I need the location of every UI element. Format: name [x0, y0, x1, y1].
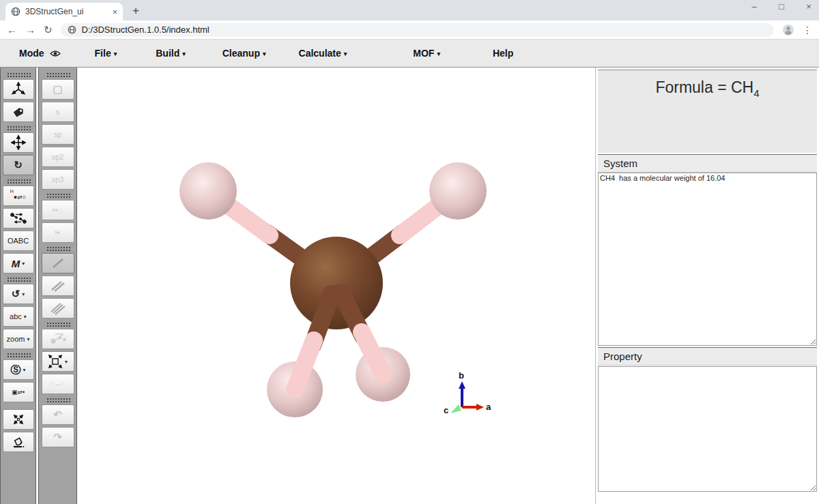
double-bond-icon — [50, 278, 66, 293]
redo-icon: ↷ — [53, 431, 62, 443]
menu-help[interactable]: Help — [493, 48, 513, 59]
center-view-button[interactable] — [3, 409, 34, 430]
menu-calculate[interactable]: Calculate▾ — [299, 48, 347, 59]
drag-handle[interactable] — [6, 125, 31, 130]
forward-button[interactable]: → — [25, 25, 35, 35]
hybrid-sp-button[interactable]: sp — [42, 124, 74, 145]
oabc-button[interactable]: OABC — [3, 231, 34, 251]
label-tag-button[interactable] — [3, 102, 34, 122]
single-bond-icon — [50, 256, 66, 271]
delete-atom-button[interactable]: ✂◌ — [42, 200, 74, 220]
delete-bond-button[interactable]: ✂ — [42, 222, 74, 243]
drag-handle[interactable] — [6, 72, 31, 77]
cell-swap-button[interactable]: ▣⇌• — [3, 382, 34, 402]
formula-prefix: Formula = — [655, 78, 731, 96]
move-icon — [11, 135, 26, 150]
property-output-textarea[interactable] — [598, 366, 817, 492]
style-menu-button[interactable]: Ⓢ ▾ — [3, 359, 34, 380]
menu-build[interactable]: Build▾ — [156, 48, 186, 59]
abc-label: abc — [10, 312, 22, 321]
menu-file[interactable]: File▾ — [95, 48, 117, 59]
pack-cell-button[interactable]: ∷→∷ — [42, 374, 74, 394]
system-output-textarea[interactable]: CH4 has a molecular weight of 16.04 — [598, 173, 817, 346]
chevron-down-icon: ▾ — [22, 291, 25, 297]
translate-button[interactable] — [3, 132, 34, 153]
back-button[interactable]: ← — [7, 25, 17, 35]
hydrogen-toggle-button[interactable]: H●⇌○ — [3, 186, 34, 206]
carbon-atom[interactable] — [290, 237, 383, 329]
browser-tab[interactable]: 3DStructGen_ui × — [5, 3, 123, 20]
drag-handle[interactable] — [46, 192, 70, 198]
svg-text:2: 2 — [66, 334, 67, 338]
app-menu-bar: Mode File▾ Build▾ Cleanup▾ Calculate▾ MO… — [0, 40, 819, 68]
background-fill-button[interactable] — [3, 432, 34, 452]
formula-value: CH — [731, 78, 753, 96]
center-icon — [11, 412, 26, 427]
tab-title: 3DStructGen_ui — [25, 7, 107, 16]
rotate-button[interactable]: ↻ — [3, 155, 34, 175]
toolbar-secondary: ▢ s sp sp2 sp3 ✂◌ ✂ — [38, 68, 77, 504]
drag-handle[interactable] — [46, 246, 70, 251]
bond-swap-button[interactable] — [3, 208, 34, 228]
axes-icon — [11, 82, 26, 97]
axis-gizmo: b a c — [444, 370, 491, 415]
spin-loop-icon: ↺ — [12, 288, 20, 300]
tab-close-icon[interactable]: × — [112, 7, 117, 17]
bookmark-menu-button[interactable]: M ▾ — [3, 253, 34, 273]
window-maximize-button[interactable]: □ — [777, 1, 786, 12]
hybrid-sp3-button[interactable]: sp3 — [42, 169, 74, 190]
eye-icon[interactable] — [50, 50, 61, 57]
chevron-down-icon: ▾ — [23, 367, 25, 373]
browser-window: 3DStructGen_ui × + – □ × ← → ↻ D:/3DStru… — [0, 0, 819, 504]
bookmark-m-icon: M — [12, 258, 20, 269]
new-tab-button[interactable]: + — [132, 4, 139, 18]
hydrogen-atom[interactable] — [179, 162, 237, 220]
redo-button[interactable]: ↷ — [42, 427, 74, 447]
menu-cleanup[interactable]: Cleanup▾ — [222, 48, 266, 59]
menu-mof[interactable]: MOF▾ — [413, 48, 440, 59]
mode-label: Mode — [19, 48, 44, 59]
address-bar[interactable]: D:/3DStructGen.1.0.5/index.html — [61, 23, 774, 37]
axis-c-label: c — [444, 405, 448, 415]
axes-view-button[interactable] — [3, 79, 34, 100]
property-section-header: Property — [598, 347, 817, 366]
drag-handle[interactable] — [46, 397, 70, 402]
drag-handle[interactable] — [46, 321, 70, 327]
hydrogen-atom[interactable] — [429, 162, 487, 220]
mode-control[interactable]: Mode — [19, 48, 61, 59]
rotate-fragment-button[interactable]: 2 — [42, 329, 74, 349]
undo-button[interactable]: ↶ — [42, 404, 74, 425]
globe-favicon-icon — [11, 7, 20, 16]
reload-button[interactable]: ↻ — [44, 25, 53, 35]
tab-strip: 3DStructGen_ui × + – □ × — [0, 0, 819, 20]
style-s-icon: Ⓢ — [10, 364, 20, 376]
chevron-down-icon: ▾ — [24, 314, 27, 320]
drag-handle[interactable] — [6, 178, 31, 183]
browser-menu-icon[interactable]: ⋮ — [803, 25, 812, 35]
triple-bond-button[interactable] — [42, 298, 74, 318]
chevron-down-icon: ▾ — [114, 50, 117, 57]
chevron-down-icon: ▾ — [22, 261, 25, 267]
molecule-canvas[interactable]: b a c — [78, 68, 595, 504]
abc-menu-button[interactable]: abc ▾ — [3, 306, 34, 327]
dots-array-icon: ∷→∷ — [51, 381, 64, 387]
frame-button[interactable]: ▢ — [42, 79, 74, 100]
window-close-button[interactable]: × — [804, 1, 814, 12]
hybrid-s-button[interactable]: s — [42, 102, 74, 122]
drag-handle[interactable] — [6, 352, 31, 357]
toolbar-primary: ↻ H●⇌○ OABC M ▾ ↺ ▾ abc ▾ — [0, 68, 36, 504]
transform-menu-button[interactable]: ▾ — [42, 351, 74, 372]
chevron-down-icon: ▾ — [437, 50, 440, 57]
double-bond-button[interactable] — [42, 276, 74, 296]
hybrid-sp2-button[interactable]: sp2 — [42, 147, 74, 167]
profile-avatar-icon[interactable] — [782, 24, 794, 36]
system-section-header: System — [598, 154, 817, 173]
spin-menu-button[interactable]: ↺ ▾ — [3, 284, 34, 304]
tag-icon — [12, 105, 25, 119]
drag-handle[interactable] — [6, 276, 31, 282]
window-minimize-button[interactable]: – — [749, 1, 759, 12]
zoom-menu-button[interactable]: zoom ▾ — [3, 329, 34, 349]
single-bond-button[interactable] — [42, 253, 74, 273]
drag-handle[interactable] — [46, 72, 70, 77]
oabc-label: OABC — [8, 237, 29, 245]
